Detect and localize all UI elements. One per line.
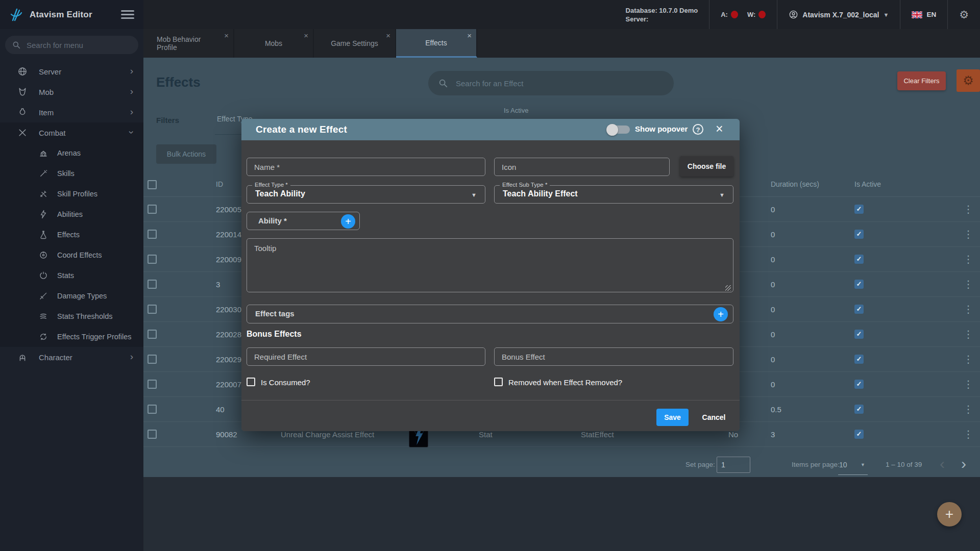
- tab-label: Game Settings: [317, 39, 391, 47]
- effect-search-input[interactable]: [455, 79, 664, 88]
- help-icon[interactable]: ?: [693, 124, 703, 135]
- row-menu-icon[interactable]: ⋮: [963, 279, 973, 290]
- previous-page-icon[interactable]: ‹: [940, 455, 945, 472]
- is-active-checkbox[interactable]: ✓: [854, 280, 864, 289]
- tab-effects[interactable]: Effects ×: [396, 29, 477, 58]
- sidebar-item-character[interactable]: Character ›: [0, 347, 143, 367]
- tab-close-icon[interactable]: ×: [224, 31, 229, 40]
- sidebar-item-damage-types[interactable]: Damage Types: [0, 286, 143, 306]
- required-effect-field[interactable]: [247, 347, 485, 366]
- is-active-checkbox[interactable]: ✓: [854, 380, 864, 389]
- sidebar-item-stats[interactable]: Stats: [0, 265, 143, 286]
- database-info: Database: 10.7.0 Demo Server:: [615, 0, 709, 29]
- sidebar-item-item[interactable]: Item ›: [0, 102, 143, 122]
- tab-label: Mob Behavior Profile: [143, 35, 233, 52]
- table-settings-button[interactable]: ⚙: [957, 69, 980, 92]
- row-menu-icon[interactable]: ⋮: [963, 404, 973, 415]
- sidebar-item-coord-effects[interactable]: Coord Effects: [0, 245, 143, 265]
- sidebar-item-stats-thresholds[interactable]: Stats Thresholds: [0, 306, 143, 327]
- next-page-icon[interactable]: ›: [961, 455, 966, 472]
- settings-section: ⚙: [947, 0, 980, 29]
- effect-sub-type-select[interactable]: Effect Sub Type * Teach Ability Effect ▼: [494, 185, 733, 204]
- row-checkbox[interactable]: [148, 255, 157, 264]
- tab-game-settings[interactable]: Game Settings ×: [314, 29, 396, 58]
- is-active-checkbox[interactable]: ✓: [854, 330, 864, 339]
- row-checkbox[interactable]: [148, 205, 157, 214]
- effect-search[interactable]: [428, 71, 674, 95]
- row-menu-icon[interactable]: ⋮: [963, 429, 973, 440]
- icon-field[interactable]: [494, 158, 670, 176]
- cell-duration: 0: [771, 205, 775, 214]
- row-checkbox[interactable]: [148, 230, 157, 239]
- row-checkbox[interactable]: [148, 305, 157, 314]
- toggle-knob: [606, 124, 618, 136]
- chevron-right-icon: ›: [130, 107, 133, 116]
- sidebar-item-combat[interactable]: Combat ›: [0, 122, 143, 143]
- row-checkbox[interactable]: [148, 330, 157, 339]
- profile-menu[interactable]: Atavism X.7_002_local ▼: [777, 0, 900, 29]
- sidebar-item-effects[interactable]: Effects: [0, 224, 143, 245]
- sidebar-item-skills[interactable]: Skills: [0, 163, 143, 184]
- add-effect-fab[interactable]: +: [937, 502, 962, 527]
- set-page-input[interactable]: [717, 457, 750, 473]
- pagination: Set page: Items per page: 10 ▼ 1 – 10 of…: [143, 454, 980, 477]
- is-active-checkbox[interactable]: ✓: [854, 305, 864, 314]
- is-active-checkbox[interactable]: ✓: [854, 405, 864, 414]
- sidebar-item-skill-profiles[interactable]: Skill Profiles: [0, 184, 143, 204]
- sidebar-item-effects-trigger-profiles[interactable]: Effects Trigger Profiles: [0, 327, 143, 347]
- choose-file-button[interactable]: Choose file: [680, 156, 733, 177]
- cancel-button[interactable]: Cancel: [694, 409, 733, 426]
- cell-duration: 0: [771, 305, 775, 314]
- sidebar-item-server[interactable]: Server ›: [0, 61, 143, 82]
- effect-tags-field[interactable]: Effect tags +: [247, 305, 733, 323]
- close-icon[interactable]: ×: [716, 121, 723, 136]
- show-popover-toggle[interactable]: [608, 126, 630, 134]
- select-all-checkbox[interactable]: [148, 180, 157, 189]
- tab-close-icon[interactable]: ×: [304, 31, 308, 40]
- add-effect-tag-button[interactable]: +: [714, 307, 728, 321]
- tooltip-field[interactable]: [247, 238, 733, 292]
- cell-id: 220007: [216, 380, 241, 389]
- row-checkbox[interactable]: [148, 355, 157, 364]
- tab-mob-behavior-profile[interactable]: Mob Behavior Profile ×: [143, 29, 234, 58]
- row-menu-icon[interactable]: ⋮: [963, 254, 973, 265]
- cell-id: 220005: [216, 205, 241, 214]
- is-active-checkbox[interactable]: ✓: [854, 205, 864, 214]
- row-checkbox[interactable]: [148, 405, 157, 414]
- tab-close-icon[interactable]: ×: [467, 31, 472, 40]
- ability-field[interactable]: Ability * +: [247, 212, 360, 230]
- sidebar-item-mob[interactable]: Mob ›: [0, 82, 143, 102]
- is-active-checkbox[interactable]: ✓: [854, 355, 864, 364]
- bonus-effect-field[interactable]: [494, 347, 733, 366]
- tab-mobs[interactable]: Mobs ×: [234, 29, 314, 58]
- hamburger-menu-icon[interactable]: [121, 10, 134, 19]
- is-consumed-checkbox[interactable]: [247, 378, 255, 386]
- removed-when-effect-removed-checkbox[interactable]: [494, 378, 503, 386]
- clear-filters-button[interactable]: Clear Filters: [897, 71, 946, 90]
- is-active-checkbox[interactable]: ✓: [854, 255, 864, 264]
- is-active-checkbox[interactable]: ✓: [854, 230, 864, 239]
- sidebar-item-arenas[interactable]: Arenas: [0, 143, 143, 163]
- items-per-page-value[interactable]: 10: [839, 461, 847, 469]
- language-switcher[interactable]: EN: [900, 0, 947, 29]
- row-menu-icon[interactable]: ⋮: [963, 379, 973, 390]
- tab-close-icon[interactable]: ×: [386, 31, 390, 40]
- row-menu-icon[interactable]: ⋮: [963, 304, 973, 315]
- add-ability-button[interactable]: +: [341, 214, 355, 229]
- sidebar-search-input[interactable]: [26, 40, 131, 50]
- effect-type-select[interactable]: Effect Type * Teach Ability ▼: [247, 185, 485, 204]
- row-menu-icon[interactable]: ⋮: [963, 329, 973, 340]
- row-checkbox[interactable]: [148, 280, 157, 289]
- cell-effect-type: Stat: [479, 430, 493, 439]
- row-checkbox[interactable]: [148, 430, 157, 439]
- is-active-checkbox[interactable]: ✓: [854, 430, 864, 439]
- sidebar-search[interactable]: [5, 36, 138, 54]
- row-menu-icon[interactable]: ⋮: [963, 229, 973, 240]
- name-field[interactable]: [247, 158, 485, 176]
- row-menu-icon[interactable]: ⋮: [963, 354, 973, 365]
- row-menu-icon[interactable]: ⋮: [963, 204, 973, 215]
- sidebar-item-abilities[interactable]: Abilities: [0, 204, 143, 224]
- settings-gear-icon[interactable]: ⚙: [959, 9, 969, 21]
- row-checkbox[interactable]: [148, 380, 157, 389]
- save-button[interactable]: Save: [656, 409, 689, 426]
